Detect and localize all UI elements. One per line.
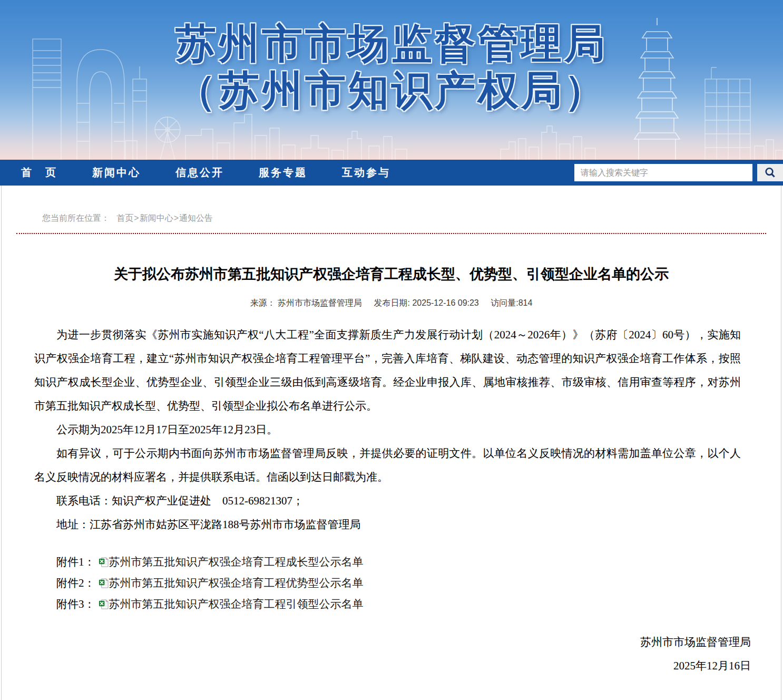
- article-publish-date: 发布日期: 2025-12-16 09:23: [374, 298, 479, 307]
- attachment-label: 附件3：: [56, 598, 95, 610]
- signature-date: 2025年12月16日: [2, 654, 751, 678]
- excel-file-icon: [99, 578, 109, 591]
- dotted-divider: [16, 233, 766, 234]
- paragraph-objection: 如有异议，可于公示期内书面向苏州市市场监督管理局反映，并提供必要的证明文件。以单…: [34, 442, 741, 489]
- nav-item-news[interactable]: 新闻中心: [92, 167, 141, 178]
- nav-item-service-topics[interactable]: 服务专题: [259, 167, 307, 178]
- search-button[interactable]: [757, 164, 783, 181]
- article-signature: 苏州市市场监督管理局 2025年12月16日: [2, 630, 781, 678]
- main-nav: 首 页 新闻中心 信息公开 服务专题 互动参与: [0, 160, 783, 186]
- breadcrumb-separator: >: [174, 213, 179, 222]
- paragraph-intro: 为进一步贯彻落实《苏州市实施知识产权“八大工程”全面支撑新质生产力发展行动计划（…: [34, 323, 741, 418]
- paragraph-contact-phone: 联系电话：知识产权产业促进处 0512-69821307；: [34, 489, 741, 513]
- attachment-link-growth-list[interactable]: 苏州市第五批知识产权强企培育工程成长型公示名单: [109, 556, 364, 568]
- search-icon: [764, 167, 776, 179]
- breadcrumb-prefix: 您当前所在位置：: [42, 213, 110, 222]
- breadcrumb: 您当前所在位置： 首页>新闻中心>通知公告: [2, 186, 781, 224]
- article-title: 关于拟公布苏州市第五批知识产权强企培育工程成长型、优势型、引领型企业名单的公示: [33, 265, 749, 284]
- breadcrumb-notices[interactable]: 通知公告: [179, 213, 213, 222]
- attachment-list: 附件1：苏州市第五批知识产权强企培育工程成长型公示名单 附件2：苏州市第五批知识…: [34, 551, 741, 615]
- article-body: 为进一步贯彻落实《苏州市实施知识产权“八大工程”全面支撑新质生产力发展行动计划（…: [34, 323, 741, 537]
- article-meta: 来源： 苏州市市场监督管理局 发布日期: 2025-12-16 09:23 访问…: [2, 298, 781, 309]
- breadcrumb-news[interactable]: 新闻中心: [140, 213, 173, 222]
- nav-item-interaction[interactable]: 互动参与: [342, 167, 390, 178]
- attachment-label: 附件2：: [56, 577, 95, 589]
- site-title-line1: 苏州市市场监督管理局: [0, 20, 783, 67]
- attachment-label: 附件1：: [56, 556, 95, 568]
- attachment-row: 附件3：苏州市第五批知识产权强企培育工程引领型公示名单: [34, 594, 741, 615]
- content-container: 您当前所在位置： 首页>新闻中心>通知公告 关于拟公布苏州市第五批知识产权强企培…: [1, 186, 781, 700]
- article-view-count: 访问量:814: [491, 298, 532, 307]
- nav-item-info-disclosure[interactable]: 信息公开: [175, 167, 224, 178]
- attachment-link-advantage-list[interactable]: 苏州市第五批知识产权强企培育工程优势型公示名单: [109, 577, 364, 589]
- nav-item-home[interactable]: 首 页: [21, 167, 57, 178]
- article-source: 来源： 苏州市市场监督管理局: [250, 298, 362, 307]
- excel-file-icon: [99, 599, 109, 612]
- paragraph-address: 地址：江苏省苏州市姑苏区平泷路188号苏州市市场监督管理局: [34, 513, 741, 537]
- attachment-link-leading-list[interactable]: 苏州市第五批知识产权强企培育工程引领型公示名单: [109, 598, 364, 610]
- attachment-row: 附件2：苏州市第五批知识产权强企培育工程优势型公示名单: [34, 572, 741, 594]
- site-title-line2: （苏州市知识产权局）: [0, 67, 783, 114]
- breadcrumb-separator: >: [134, 213, 139, 222]
- signature-org: 苏州市市场监督管理局: [2, 630, 751, 654]
- search-input[interactable]: [574, 164, 752, 181]
- site-title: 苏州市市场监督管理局 （苏州市知识产权局）: [0, 20, 783, 114]
- breadcrumb-home[interactable]: 首页: [116, 213, 133, 222]
- attachment-row: 附件1：苏州市第五批知识产权强企培育工程成长型公示名单: [34, 551, 741, 572]
- paragraph-publicity-period: 公示期为2025年12月17日至2025年12月23日。: [34, 418, 741, 442]
- excel-file-icon: [99, 557, 109, 570]
- site-banner: 苏州市市场监督管理局 （苏州市知识产权局）: [0, 0, 783, 160]
